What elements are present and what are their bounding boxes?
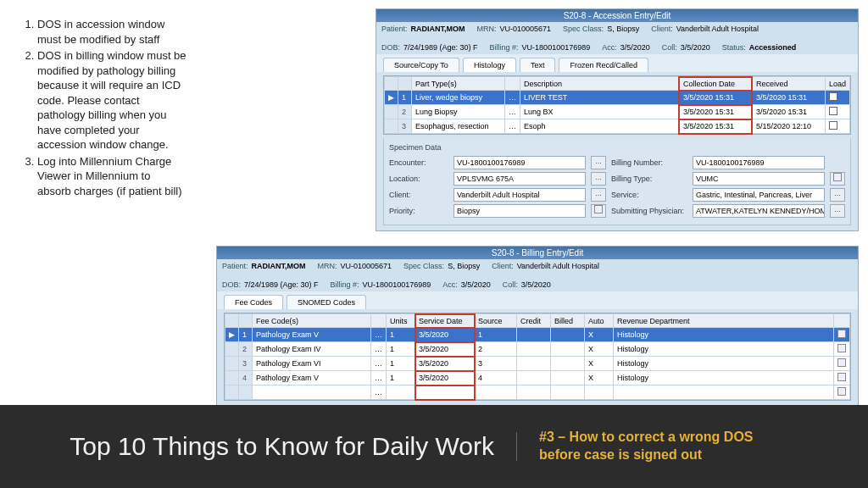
patient-header: Patient:RADIANT,MOM MRN:VU-010005671 Spe… xyxy=(217,259,858,291)
value: 3/5/2020 xyxy=(521,280,551,289)
label: Priority: xyxy=(389,207,448,215)
value: VU-1800100176989 xyxy=(363,280,431,289)
slide-footer: Top 10 Things to Know for Daily Work #3 … xyxy=(0,405,868,488)
label: Patient: xyxy=(381,25,408,33)
table-row[interactable]: ▶1 Liver, wedge biopsy… LIVER TEST 3/5/2… xyxy=(385,91,850,105)
col-header-service-date: Service Date xyxy=(415,314,475,328)
col-header-collection-date: Collection Date xyxy=(679,77,752,91)
col-header: Revenue Department xyxy=(614,314,834,328)
label: Billing Type: xyxy=(611,175,687,183)
patient-header: Patient:RADIANT,MOM MRN:VU-010005671 Spe… xyxy=(376,22,858,54)
label: Coll: xyxy=(662,43,677,52)
dropdown-icon[interactable] xyxy=(837,344,846,352)
tab-histology[interactable]: Histology xyxy=(463,58,516,72)
billing-number-field[interactable]: VU-1800100176989 xyxy=(693,156,825,169)
value: RADIANT,MOM xyxy=(252,262,306,270)
label: Client: xyxy=(651,25,673,33)
checkbox-icon[interactable] xyxy=(829,92,837,101)
value: Accessioned xyxy=(749,43,797,52)
value: 3/5/2020 xyxy=(461,280,491,289)
label: Spec Class: xyxy=(403,262,444,270)
table-row[interactable]: … xyxy=(225,385,850,400)
label: Submitting Physician: xyxy=(611,207,687,215)
col-header: Load xyxy=(825,77,849,91)
dropdown-icon[interactable] xyxy=(830,172,845,186)
tab-frozen[interactable]: Frozen Recd/Called xyxy=(559,58,648,72)
checkbox-icon[interactable] xyxy=(829,121,837,130)
lookup-button[interactable]: … xyxy=(591,156,606,169)
label: Status: xyxy=(722,43,746,52)
label: MRN: xyxy=(477,25,497,33)
col-header: Billed xyxy=(551,314,585,328)
label: Acc: xyxy=(442,280,458,289)
col-header: Fee Code(s) xyxy=(253,314,371,328)
location-field[interactable]: VPLSVMG 675A xyxy=(453,172,586,186)
accession-tabs: Source/Copy To Histology Text Frozen Rec… xyxy=(376,54,858,72)
table-row[interactable]: 4 Pathology Exam V… 1 3/5/2020 4 X Histo… xyxy=(225,371,850,385)
value: S, Biopsy xyxy=(448,262,480,270)
encounter-field[interactable]: VU-1800100176989 xyxy=(453,156,586,169)
lookup-button[interactable]: … xyxy=(830,188,845,202)
service-field[interactable]: Gastric, Intestinal, Pancreas, Liver xyxy=(693,188,825,202)
col-header: Part Type(s) xyxy=(412,77,505,91)
label: Coll: xyxy=(503,280,518,289)
checkbox-icon[interactable] xyxy=(829,107,837,115)
parts-table[interactable]: Part Type(s) Description Collection Date… xyxy=(384,76,850,134)
fee-codes-table[interactable]: Fee Code(s) Units Service Date Source Cr… xyxy=(225,313,850,400)
dropdown-icon[interactable] xyxy=(837,358,846,367)
dropdown-icon[interactable] xyxy=(837,387,846,396)
label: DOB: xyxy=(222,280,241,289)
slide-subtitle: #3 – How to correct a wrong DOS before c… xyxy=(517,429,771,464)
value: VU-010005671 xyxy=(341,262,392,270)
value: 7/24/1989 (Age: 30) F xyxy=(244,280,319,289)
label: Client: xyxy=(389,191,448,199)
table-row[interactable]: ▶1 Pathology Exam V… 1 3/5/2020 1 X Hist… xyxy=(225,328,850,342)
dropdown-icon[interactable] xyxy=(591,204,606,218)
value: 7/24/1989 (Age: 30) F xyxy=(403,43,478,52)
priority-field[interactable]: Biopsy xyxy=(453,204,586,218)
dropdown-icon[interactable] xyxy=(837,373,846,381)
table-row[interactable]: 2 Pathology Exam IV… 1 3/5/2020 2 X Hist… xyxy=(225,342,850,357)
label: Patient: xyxy=(222,262,248,270)
tab-snomed[interactable]: SNOMED Codes xyxy=(287,295,366,309)
col-header: Credit xyxy=(517,314,551,328)
label: DOB: xyxy=(381,43,400,52)
instruction-item: Log into Millennium Charge Viewer in Mil… xyxy=(37,154,186,199)
label: Spec Class: xyxy=(563,25,604,33)
tab-fee-codes[interactable]: Fee Codes xyxy=(224,295,283,309)
instruction-item: DOS in accession window must be modified… xyxy=(37,17,186,47)
value: VU-010005671 xyxy=(500,25,552,33)
label: Service: xyxy=(611,191,687,199)
window-title: S20-8 - Accession Entry/Edit xyxy=(376,9,858,22)
col-header: Received xyxy=(752,77,825,91)
col-header: Auto xyxy=(585,314,614,328)
slide-title: Top 10 Things to Know for Daily Work xyxy=(34,432,517,462)
physician-field[interactable]: ATWATER,KATELYN KENNEDY/HOME-1 xyxy=(693,204,825,218)
lookup-button[interactable]: … xyxy=(591,172,606,186)
dropdown-icon[interactable] xyxy=(837,330,846,338)
label: MRN: xyxy=(318,262,337,270)
billing-tabs: Fee Codes SNOMED Codes xyxy=(217,291,858,309)
client-field[interactable]: Vanderbilt Adult Hospital xyxy=(453,188,586,202)
table-row[interactable]: 3 Pathology Exam VI… 1 3/5/2020 3 X Hist… xyxy=(225,357,850,371)
value: Vanderbilt Adult Hospital xyxy=(517,262,599,270)
col-header: Units xyxy=(387,314,415,328)
accession-window: S20-8 - Accession Entry/Edit Patient:RAD… xyxy=(376,8,859,231)
window-title: S20-8 - Billing Entry/Edit xyxy=(217,247,858,259)
billing-window: S20-8 - Billing Entry/Edit Patient:RADIA… xyxy=(216,246,859,410)
value: 3/5/2020 xyxy=(681,43,710,52)
table-row[interactable]: 3 Esophagus, resection… Esoph 3/5/2020 1… xyxy=(385,119,850,134)
billing-type-field[interactable]: VUMC xyxy=(693,172,825,186)
lookup-button[interactable]: … xyxy=(830,204,845,218)
value: 3/5/2020 xyxy=(620,43,650,52)
label: Billing #: xyxy=(331,280,359,289)
instruction-list: DOS in accession window must be modified… xyxy=(17,17,186,201)
section-title: Specimen Data xyxy=(389,143,845,152)
lookup-button[interactable]: … xyxy=(591,188,606,202)
label: Billing Number: xyxy=(611,158,687,167)
tab-text[interactable]: Text xyxy=(520,58,556,72)
table-row[interactable]: 2 Lung Biopsy… Lung BX 3/5/2020 15:31 3/… xyxy=(385,105,850,119)
value: S, Biopsy xyxy=(607,25,639,33)
label: Client: xyxy=(492,262,514,270)
tab-source[interactable]: Source/Copy To xyxy=(383,58,459,72)
